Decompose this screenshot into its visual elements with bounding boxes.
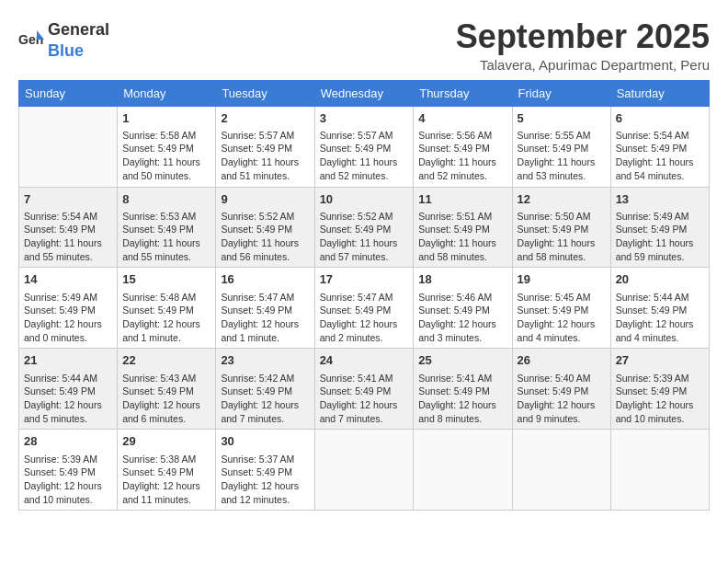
day-info: Sunrise: 5:47 AMSunset: 5:49 PMDaylight:… [221, 291, 309, 345]
day-info: Sunrise: 5:41 AMSunset: 5:49 PMDaylight:… [418, 372, 506, 426]
day-info: Sunrise: 5:38 AMSunset: 5:49 PMDaylight:… [122, 453, 210, 507]
day-info: Sunrise: 5:39 AMSunset: 5:49 PMDaylight:… [616, 372, 704, 426]
calendar-cell [610, 430, 709, 511]
day-info: Sunrise: 5:49 AMSunset: 5:49 PMDaylight:… [616, 210, 704, 264]
day-number: 13 [616, 191, 704, 208]
day-info: Sunrise: 5:54 AMSunset: 5:49 PMDaylight:… [616, 129, 704, 183]
calendar-cell: 26Sunrise: 5:40 AMSunset: 5:49 PMDayligh… [512, 349, 610, 430]
day-info: Sunrise: 5:39 AMSunset: 5:49 PMDaylight:… [24, 453, 112, 507]
day-number: 18 [418, 271, 506, 288]
calendar-cell: 21Sunrise: 5:44 AMSunset: 5:49 PMDayligh… [19, 349, 118, 430]
calendar-cell: 4Sunrise: 5:56 AMSunset: 5:49 PMDaylight… [414, 106, 512, 187]
day-number: 12 [518, 191, 606, 208]
logo: Gen General Blue [18, 18, 109, 61]
calendar-cell: 13Sunrise: 5:49 AMSunset: 5:49 PMDayligh… [610, 187, 709, 268]
day-info: Sunrise: 5:52 AMSunset: 5:49 PMDaylight:… [320, 210, 409, 264]
logo-icon: Gen [18, 26, 46, 53]
weekday-header-monday: Monday [118, 80, 216, 106]
day-info: Sunrise: 5:48 AMSunset: 5:49 PMDaylight:… [122, 291, 210, 345]
day-info: Sunrise: 5:47 AMSunset: 5:49 PMDaylight:… [320, 291, 409, 345]
day-info: Sunrise: 5:50 AMSunset: 5:49 PMDaylight:… [518, 210, 606, 264]
day-number: 21 [24, 352, 112, 369]
weekday-header-wednesday: Wednesday [314, 80, 414, 106]
day-number: 19 [518, 271, 606, 288]
calendar-cell: 19Sunrise: 5:45 AMSunset: 5:49 PMDayligh… [512, 268, 610, 349]
day-info: Sunrise: 5:57 AMSunset: 5:49 PMDaylight:… [221, 129, 309, 183]
calendar-cell [19, 106, 118, 187]
calendar-cell: 10Sunrise: 5:52 AMSunset: 5:49 PMDayligh… [314, 187, 414, 268]
day-number: 7 [24, 191, 112, 208]
day-info: Sunrise: 5:56 AMSunset: 5:49 PMDaylight:… [418, 129, 506, 183]
weekday-header-sunday: Sunday [19, 80, 118, 106]
day-number: 29 [122, 433, 210, 450]
day-number: 6 [616, 110, 704, 127]
title-block: September 2025 Talavera, Apurimac Depart… [456, 18, 710, 73]
day-info: Sunrise: 5:44 AMSunset: 5:49 PMDaylight:… [616, 291, 704, 345]
day-number: 25 [418, 352, 506, 369]
day-number: 3 [320, 110, 409, 127]
day-number: 17 [320, 271, 409, 288]
calendar-cell: 11Sunrise: 5:51 AMSunset: 5:49 PMDayligh… [414, 187, 512, 268]
calendar-cell: 30Sunrise: 5:37 AMSunset: 5:49 PMDayligh… [216, 430, 314, 511]
calendar-cell: 18Sunrise: 5:46 AMSunset: 5:49 PMDayligh… [414, 268, 512, 349]
calendar-cell [314, 430, 414, 511]
calendar-cell: 27Sunrise: 5:39 AMSunset: 5:49 PMDayligh… [610, 349, 709, 430]
day-info: Sunrise: 5:43 AMSunset: 5:49 PMDaylight:… [122, 372, 210, 426]
calendar-cell: 24Sunrise: 5:41 AMSunset: 5:49 PMDayligh… [314, 349, 414, 430]
calendar-cell: 9Sunrise: 5:52 AMSunset: 5:49 PMDaylight… [216, 187, 314, 268]
day-info: Sunrise: 5:53 AMSunset: 5:49 PMDaylight:… [122, 210, 210, 264]
day-number: 10 [320, 191, 409, 208]
calendar-cell [414, 430, 512, 511]
calendar-cell: 12Sunrise: 5:50 AMSunset: 5:49 PMDayligh… [512, 187, 610, 268]
page-header: Gen General Blue September 2025 Talavera… [18, 18, 710, 73]
day-number: 26 [518, 352, 606, 369]
weekday-header-tuesday: Tuesday [216, 80, 314, 106]
day-number: 30 [221, 433, 309, 450]
logo-general: General [48, 20, 109, 39]
weekday-header-saturday: Saturday [610, 80, 709, 106]
calendar-cell: 14Sunrise: 5:49 AMSunset: 5:49 PMDayligh… [19, 268, 118, 349]
calendar-cell: 15Sunrise: 5:48 AMSunset: 5:49 PMDayligh… [118, 268, 216, 349]
calendar-cell: 6Sunrise: 5:54 AMSunset: 5:49 PMDaylight… [610, 106, 709, 187]
day-number: 4 [418, 110, 506, 127]
day-info: Sunrise: 5:44 AMSunset: 5:49 PMDaylight:… [24, 372, 112, 426]
day-number: 1 [122, 110, 210, 127]
calendar-cell: 2Sunrise: 5:57 AMSunset: 5:49 PMDaylight… [216, 106, 314, 187]
day-number: 27 [616, 352, 704, 369]
calendar-cell: 1Sunrise: 5:58 AMSunset: 5:49 PMDaylight… [118, 106, 216, 187]
day-number: 23 [221, 352, 309, 369]
day-info: Sunrise: 5:51 AMSunset: 5:49 PMDaylight:… [418, 210, 506, 264]
day-info: Sunrise: 5:46 AMSunset: 5:49 PMDaylight:… [418, 291, 506, 345]
calendar-cell [512, 430, 610, 511]
day-number: 15 [122, 271, 210, 288]
calendar-cell: 25Sunrise: 5:41 AMSunset: 5:49 PMDayligh… [414, 349, 512, 430]
calendar-cell: 17Sunrise: 5:47 AMSunset: 5:49 PMDayligh… [314, 268, 414, 349]
day-info: Sunrise: 5:41 AMSunset: 5:49 PMDaylight:… [320, 372, 409, 426]
calendar-cell: 23Sunrise: 5:42 AMSunset: 5:49 PMDayligh… [216, 349, 314, 430]
day-number: 14 [24, 271, 112, 288]
day-info: Sunrise: 5:37 AMSunset: 5:49 PMDaylight:… [221, 453, 309, 507]
day-number: 24 [320, 352, 409, 369]
day-number: 8 [122, 191, 210, 208]
day-number: 20 [616, 271, 704, 288]
calendar-cell: 29Sunrise: 5:38 AMSunset: 5:49 PMDayligh… [118, 430, 216, 511]
weekday-header-friday: Friday [512, 80, 610, 106]
day-number: 11 [418, 191, 506, 208]
calendar-cell: 28Sunrise: 5:39 AMSunset: 5:49 PMDayligh… [19, 430, 118, 511]
day-number: 28 [24, 433, 112, 450]
day-number: 16 [221, 271, 309, 288]
calendar-cell: 20Sunrise: 5:44 AMSunset: 5:49 PMDayligh… [610, 268, 709, 349]
calendar-cell: 5Sunrise: 5:55 AMSunset: 5:49 PMDaylight… [512, 106, 610, 187]
day-info: Sunrise: 5:40 AMSunset: 5:49 PMDaylight:… [518, 372, 606, 426]
calendar-cell: 22Sunrise: 5:43 AMSunset: 5:49 PMDayligh… [118, 349, 216, 430]
calendar-cell: 16Sunrise: 5:47 AMSunset: 5:49 PMDayligh… [216, 268, 314, 349]
day-info: Sunrise: 5:55 AMSunset: 5:49 PMDaylight:… [518, 129, 606, 183]
day-info: Sunrise: 5:49 AMSunset: 5:49 PMDaylight:… [24, 291, 112, 345]
month-title: September 2025 [456, 18, 710, 55]
weekday-header-thursday: Thursday [414, 80, 512, 106]
logo-blue: Blue [48, 41, 84, 60]
day-info: Sunrise: 5:42 AMSunset: 5:49 PMDaylight:… [221, 372, 309, 426]
day-number: 9 [221, 191, 309, 208]
day-info: Sunrise: 5:52 AMSunset: 5:49 PMDaylight:… [221, 210, 309, 264]
day-number: 2 [221, 110, 309, 127]
